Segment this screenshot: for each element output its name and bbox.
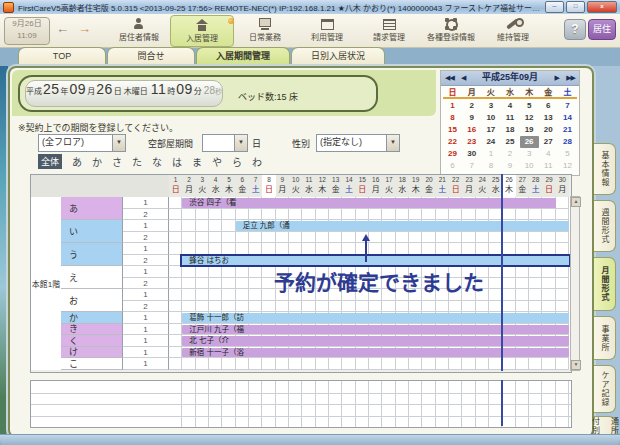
tab-日別入居状況[interactable]: 日別入居状況 — [291, 47, 385, 66]
calendar-day[interactable]: 5 — [558, 148, 577, 160]
kana-filter-わ[interactable]: わ — [247, 154, 267, 169]
calendar-day[interactable]: 30 — [462, 148, 481, 160]
calendar-day[interactable]: 10 — [520, 160, 539, 172]
calendar-day[interactable]: 8 — [443, 112, 462, 124]
reservation-bar-足立 九郎（通[interactable]: 足立 九郎（通 — [236, 221, 569, 231]
calendar-day[interactable]: 23 — [462, 136, 481, 148]
kana-filter-な[interactable]: な — [147, 154, 167, 169]
calendar-day[interactable]: 12 — [558, 160, 577, 172]
calendar-day[interactable]: 26 — [520, 136, 539, 148]
kana-filter-ら[interactable]: ら — [227, 154, 247, 169]
reservation-bar-江戸川 九子（福[interactable]: 江戸川 九子（福 — [182, 325, 569, 335]
toolbar-button-日常業務[interactable]: 日常業務 — [234, 15, 296, 45]
calendar-day[interactable]: 6 — [539, 100, 558, 112]
kana-filter-あ[interactable]: あ — [67, 154, 87, 169]
calendar-day[interactable]: 13 — [539, 112, 558, 124]
side-tab-月間形式[interactable]: 月間形式 — [594, 257, 616, 311]
kana-filter-ま[interactable]: ま — [187, 154, 207, 169]
maximize-button[interactable]: □ — [566, 1, 585, 13]
chevron-down-icon[interactable]: ▼ — [234, 135, 247, 151]
forward-arrow-icon[interactable]: → — [78, 21, 91, 36]
calendar-day[interactable]: 24 — [481, 136, 500, 148]
kana-filter-は[interactable]: は — [167, 154, 187, 169]
calendar-prev-year-icon[interactable]: ◀◀ — [445, 71, 454, 84]
calendar-day[interactable]: 20 — [539, 124, 558, 136]
gantt-row-あ2 — [169, 209, 569, 221]
calendar-day[interactable]: 2 — [462, 100, 481, 112]
minimize-button[interactable]: ─ — [545, 1, 564, 13]
mode-button[interactable]: 居住 — [588, 19, 616, 40]
tab-入居期間管理[interactable]: 入居期間管理 — [196, 47, 290, 66]
calendar-day[interactable]: 11 — [539, 160, 558, 172]
reservation-bar-渋谷 四子（看[interactable]: 渋谷 四子（看 — [182, 198, 555, 208]
toolbar-button-維持管理[interactable]: 維持管理 — [482, 15, 544, 45]
kana-filter-や[interactable]: や — [207, 154, 227, 169]
calendar-day[interactable]: 29 — [443, 148, 462, 160]
chevron-down-icon[interactable]: ▼ — [386, 135, 399, 151]
calendar-day[interactable]: 9 — [462, 112, 481, 124]
calendar-day[interactable]: 4 — [539, 148, 558, 160]
calendar-day[interactable]: 19 — [520, 124, 539, 136]
gantt-scrollbar[interactable]: ▲ ▼ — [570, 196, 580, 371]
back-arrow-icon[interactable]: ← — [56, 21, 69, 36]
toolbar-button-入居管理[interactable]: 入居管理 — [170, 15, 234, 47]
calendar-next-month-icon[interactable]: ▶ — [555, 71, 559, 84]
second-unit: 秒 — [215, 86, 222, 96]
floor-select[interactable]: (全フロア) ▼ — [38, 134, 126, 152]
kana-filter-た[interactable]: た — [127, 154, 147, 169]
calendar-day[interactable]: 28 — [558, 136, 577, 148]
calendar-day[interactable]: 8 — [481, 160, 500, 172]
calendar-day[interactable]: 16 — [462, 124, 481, 136]
calendar-day[interactable]: 15 — [443, 124, 462, 136]
calendar-day[interactable]: 7 — [462, 160, 481, 172]
calendar-day[interactable]: 12 — [520, 112, 539, 124]
calendar-day[interactable]: 1 — [481, 148, 500, 160]
gantt-day-dow: 土 — [436, 184, 449, 195]
gender-select[interactable]: (指定なし) ▼ — [316, 134, 400, 152]
toolbar-button-利用管理[interactable]: 利用管理 — [296, 15, 358, 45]
calendar-day[interactable]: 7 — [558, 100, 577, 112]
calendar-day[interactable]: 25 — [500, 136, 519, 148]
calendar-next-year-icon[interactable]: ▶▶ — [566, 71, 575, 84]
toolbar-button-居住者情報[interactable]: 居住者情報 — [108, 15, 170, 45]
calendar-day[interactable]: 3 — [481, 100, 500, 112]
toolbar-button-各種登録情報[interactable]: 各種登録情報 — [420, 15, 482, 45]
calendar-day[interactable]: 5 — [520, 100, 539, 112]
tab-問合せ[interactable]: 問合せ — [107, 47, 195, 66]
calendar-dow-row: 日月火水木金土 — [443, 86, 577, 99]
calendar-prev-month-icon[interactable]: ◀ — [461, 71, 465, 84]
calendar-day[interactable]: 4 — [500, 100, 519, 112]
kana-filter-all[interactable]: 全体 — [38, 154, 62, 169]
calendar-day[interactable]: 2 — [500, 148, 519, 160]
reservation-bar-蜂谷 はちお[interactable]: 蜂谷 はちお — [182, 256, 569, 266]
reservation-bar-葛飾 十一郎（訪[interactable]: 葛飾 十一郎（訪 — [182, 313, 569, 323]
side-tab-事業所[interactable]: 事業所 — [594, 316, 616, 360]
toolbar-button-請求管理[interactable]: 請求管理 — [358, 15, 420, 45]
calendar-day[interactable]: 27 — [539, 136, 558, 148]
scroll-down-icon[interactable]: ▼ — [571, 360, 581, 370]
close-button[interactable]: x — [587, 1, 617, 13]
calendar-day[interactable]: 18 — [500, 124, 519, 136]
help-button[interactable]: ? — [564, 19, 586, 40]
chevron-down-icon[interactable]: ▼ — [112, 135, 125, 151]
side-tab-ケア記録[interactable]: ケア記録 — [594, 365, 616, 413]
tab-TOP[interactable]: TOP — [18, 47, 106, 66]
side-tab-基本情報[interactable]: 基本情報 — [594, 143, 616, 195]
side-tab-週間形式[interactable]: 週間形式 — [594, 200, 616, 252]
kana-filter-か[interactable]: か — [87, 154, 107, 169]
calendar-day[interactable]: 6 — [443, 160, 462, 172]
vacancy-input[interactable]: ▼ — [202, 134, 248, 152]
reservation-bar-新宿 十一子（浴[interactable]: 新宿 十一子（浴 — [182, 348, 569, 358]
calendar-day[interactable]: 3 — [520, 148, 539, 160]
scroll-up-icon[interactable]: ▲ — [571, 197, 581, 207]
reservation-bar-北 七子（介[interactable]: 北 七子（介 — [182, 336, 569, 346]
calendar-day[interactable]: 9 — [500, 160, 519, 172]
calendar-day[interactable]: 11 — [500, 112, 519, 124]
calendar-day[interactable]: 1 — [443, 100, 462, 112]
calendar-day[interactable]: 21 — [558, 124, 577, 136]
kana-filter-さ[interactable]: さ — [107, 154, 127, 169]
calendar-day[interactable]: 17 — [481, 124, 500, 136]
calendar-day[interactable]: 10 — [481, 112, 500, 124]
calendar-day[interactable]: 14 — [558, 112, 577, 124]
calendar-day[interactable]: 22 — [443, 136, 462, 148]
